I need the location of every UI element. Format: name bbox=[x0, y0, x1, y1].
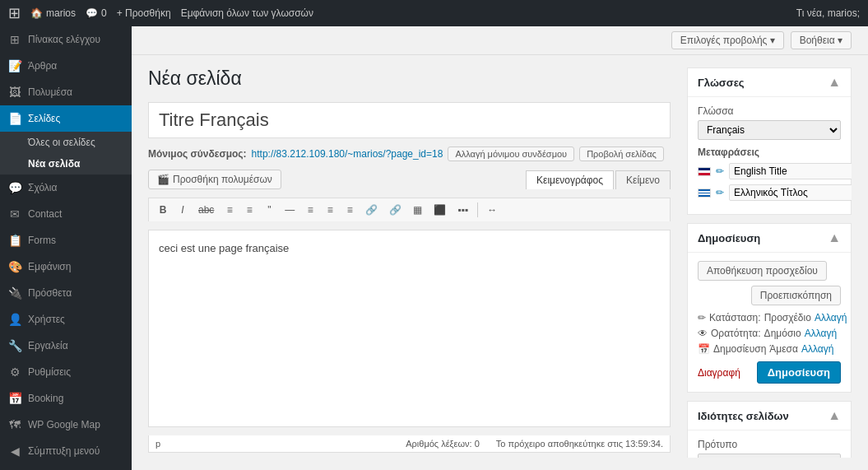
view-options-button[interactable]: Επιλογές προβολής ▾ bbox=[671, 31, 784, 49]
tab-text[interactable]: Κείμενο bbox=[615, 170, 671, 189]
visibility-change-link[interactable]: Αλλαγή bbox=[805, 328, 837, 339]
media-icon: 🖼 bbox=[8, 86, 21, 99]
sidebar-item-wp-google-map[interactable]: 🗺 WP Google Map bbox=[0, 412, 132, 438]
tab-visual[interactable]: Κειμενογράφος bbox=[526, 170, 614, 189]
pages-submenu: Όλες οι σελίδες Νέα σελίδα bbox=[0, 132, 132, 175]
toolbar-align-left[interactable]: ≡ bbox=[301, 202, 319, 218]
sidebar-item-contact[interactable]: ✉ Contact bbox=[0, 201, 132, 227]
sidebar-item-forms[interactable]: 📋 Forms bbox=[0, 227, 132, 254]
dashboard-icon: ⊞ bbox=[8, 33, 21, 46]
toolbar-align-center[interactable]: ≡ bbox=[321, 202, 339, 218]
sidebar-item-booking[interactable]: 📅 Booking bbox=[0, 385, 132, 412]
editor-tabs: Κειμενογράφος Κείμενο bbox=[526, 170, 671, 189]
visibility-row: 👁 Ορατότητα: Δημόσιο Αλλαγή bbox=[698, 328, 841, 339]
new-content-button[interactable]: + Προσθήκη bbox=[117, 7, 171, 19]
word-count: Αριθμός λέξεων: 0 bbox=[406, 439, 480, 449]
toolbar-align-right[interactable]: ≡ bbox=[341, 202, 359, 218]
site-name[interactable]: 🏠 marios bbox=[30, 7, 76, 19]
toolbar-more[interactable]: ▪▪▪ bbox=[453, 202, 473, 218]
page-attributes-title: Ιδιότητες σελίδων bbox=[698, 410, 789, 422]
translations-label: Μεταφράσεις bbox=[698, 147, 841, 158]
languages-toggle-icon[interactable]: ▲ bbox=[828, 75, 841, 90]
publish-date-label: Δημοσίευση bbox=[713, 343, 766, 355]
toolbar-link[interactable]: 🔗 bbox=[360, 202, 383, 218]
visibility-icon: 👁 bbox=[698, 328, 708, 339]
calendar-icon: 📅 bbox=[698, 343, 710, 355]
sidebar-item-pages[interactable]: 📄 Σελίδες bbox=[0, 105, 132, 132]
delete-link[interactable]: Διαγραφή bbox=[698, 367, 740, 379]
comments-icon: 💬 bbox=[86, 7, 98, 19]
plugins-icon: 🔌 bbox=[8, 286, 21, 300]
publish-button[interactable]: Δημοσίευση bbox=[757, 361, 841, 384]
preview-button[interactable]: Προεπισκόπηση bbox=[751, 286, 841, 305]
autosave-status: Το πρόχειρο αποθηκεύτηκε στις 13:59:34. bbox=[496, 439, 663, 449]
collapse-icon: ◀ bbox=[8, 444, 21, 458]
sidebar-item-tools[interactable]: 🔧 Εργαλεία bbox=[0, 333, 132, 359]
publish-toggle-icon[interactable]: ▲ bbox=[828, 230, 841, 245]
forms-icon: 📋 bbox=[8, 234, 21, 247]
display-all-languages[interactable]: Εμφάνιση όλων των γλωσσών bbox=[181, 7, 313, 19]
publish-metabox-content: Αποθήκευση προσχεδίου Προεπισκόπηση ✏ Κα… bbox=[688, 253, 851, 392]
sidebar-item-all-pages[interactable]: Όλες οι σελίδες bbox=[0, 132, 132, 153]
toolbar-hr[interactable]: — bbox=[280, 202, 299, 218]
publish-date-row: 📅 Δημοσίευση Άμεσα Αλλαγή bbox=[698, 343, 841, 355]
tools-icon: 🔧 bbox=[8, 339, 21, 352]
translation-item-en: ✏ bbox=[698, 163, 841, 179]
sidebar-item-posts[interactable]: 📝 Άρθρα bbox=[0, 53, 132, 79]
toolbar-strikethrough[interactable]: abc bbox=[193, 202, 219, 218]
toolbar-insert[interactable]: ▦ bbox=[408, 202, 427, 218]
toolbar-italic[interactable]: I bbox=[174, 202, 192, 218]
language-select[interactable]: Français bbox=[698, 120, 841, 140]
view-page-button[interactable]: Προβολή σελίδας bbox=[579, 147, 664, 161]
page-attributes-toggle-icon[interactable]: ▲ bbox=[828, 408, 841, 423]
sidebar-item-new-page[interactable]: Νέα σελίδα bbox=[0, 153, 132, 175]
edit-en-icon[interactable]: ✏ bbox=[716, 165, 724, 177]
publish-date-change-link[interactable]: Αλλαγή bbox=[801, 343, 833, 355]
editor-content[interactable]: ceci est une page française bbox=[159, 242, 660, 254]
toolbar-bold[interactable]: B bbox=[154, 202, 172, 218]
sidebar-item-media[interactable]: 🖼 Πολυμέσα bbox=[0, 79, 132, 105]
sidebar-item-schools[interactable]: 💬 Σχόλια bbox=[0, 175, 132, 201]
editor-tag-indicator: p bbox=[155, 439, 160, 449]
pages-icon: 📄 bbox=[8, 112, 21, 125]
edit-el-icon[interactable]: ✏ bbox=[716, 187, 724, 198]
wp-logo-icon[interactable]: ⊞ bbox=[8, 4, 21, 22]
translation-el-input[interactable] bbox=[729, 184, 852, 201]
translation-item-el: ✏ bbox=[698, 184, 841, 201]
translation-en-input[interactable] bbox=[729, 163, 852, 179]
sidebar-column: Γλώσσες ▲ Γλώσσα Français Μεταφράσεις bbox=[687, 67, 852, 458]
toolbar-blockquote[interactable]: " bbox=[260, 202, 278, 218]
contact-icon: ✉ bbox=[8, 207, 21, 221]
admin-bar: ⊞ 🏠 marios 💬 0 + Προσθήκη Εμφάνιση όλων … bbox=[0, 0, 868, 26]
toolbar-unlink[interactable]: 🔗 bbox=[384, 202, 406, 218]
sidebar-item-users[interactable]: 👤 Χρήστες bbox=[0, 306, 132, 333]
help-button[interactable]: Βοήθεια ▾ bbox=[791, 31, 852, 49]
toolbar-expand[interactable]: ↔ bbox=[482, 202, 502, 218]
sidebar-item-dashboard[interactable]: ⊞ Πίνακας ελέγχου bbox=[0, 26, 132, 53]
languages-title: Γλώσσες bbox=[698, 77, 745, 89]
visibility-value: Δημόσιο bbox=[764, 328, 801, 339]
template-select[interactable]: Προεπιλεγμένο πρότυπο bbox=[698, 454, 841, 458]
title-input[interactable] bbox=[148, 102, 671, 138]
schools-icon: 💬 bbox=[8, 181, 21, 194]
comments-link[interactable]: 💬 0 bbox=[86, 7, 107, 19]
add-media-button[interactable]: 🎬 Προσθήκη πολυμέσων bbox=[148, 170, 281, 189]
status-change-link[interactable]: Αλλαγή bbox=[815, 312, 847, 323]
save-draft-button[interactable]: Αποθήκευση προσχεδίου bbox=[698, 261, 827, 281]
permalink-url[interactable]: http://83.212.109.180/~marios/?page_id=1… bbox=[252, 148, 443, 160]
toolbar-ul[interactable]: ≡ bbox=[220, 202, 239, 218]
map-icon: 🗺 bbox=[8, 418, 21, 431]
sidebar-item-collapse[interactable]: ◀ Σύμπτυξη μενού bbox=[0, 438, 132, 464]
sidebar-item-plugins[interactable]: 🔌 Πρόσθετα bbox=[0, 280, 132, 306]
sidebar-item-settings[interactable]: ⚙ Ρυθμίσεις bbox=[0, 359, 132, 385]
toolbar-fullscreen[interactable]: ⬛ bbox=[429, 202, 451, 218]
page-attributes-header: Ιδιότητες σελίδων ▲ bbox=[688, 402, 851, 430]
editor-body[interactable]: ceci est une page française bbox=[148, 230, 671, 427]
page-attributes-metabox: Ιδιότητες σελίδων ▲ Πρότυπο Προεπιλεγμέν… bbox=[687, 401, 852, 458]
sidebar-item-appearance[interactable]: 🎨 Εμφάνιση bbox=[0, 254, 132, 280]
publish-metabox-header: Δημοσίευση ▲ bbox=[688, 224, 851, 253]
editor-footer: p Αριθμός λέξεων: 0 Το πρόχειρο αποθηκεύ… bbox=[148, 435, 671, 453]
page-attributes-content: Πρότυπο Προεπιλεγμένο πρότυπο bbox=[688, 430, 851, 458]
toolbar-ol[interactable]: ≡ bbox=[240, 202, 258, 218]
change-permalink-button[interactable]: Αλλαγή μόνιμου συνδέσμου bbox=[448, 147, 574, 161]
